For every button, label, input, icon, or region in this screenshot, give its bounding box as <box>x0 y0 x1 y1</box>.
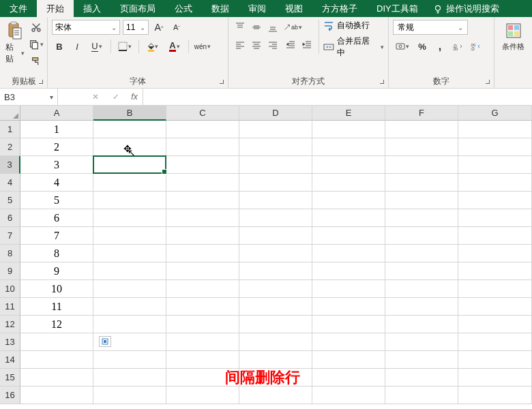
cell[interactable]: 3 <box>20 156 93 174</box>
cell[interactable] <box>458 351 532 369</box>
cell[interactable]: 6 <box>20 209 93 227</box>
row-header[interactable]: 14 <box>0 351 20 369</box>
align-left-button[interactable] <box>233 37 248 52</box>
number-launcher[interactable] <box>484 78 491 85</box>
column-header[interactable]: E <box>312 106 385 121</box>
cell[interactable] <box>385 333 458 351</box>
cell[interactable] <box>312 121 385 138</box>
column-header[interactable]: A <box>20 106 93 121</box>
cell[interactable] <box>93 138 166 156</box>
decrease-indent-button[interactable] <box>283 37 298 52</box>
paste-button[interactable]: 粘贴▾ <box>4 20 26 66</box>
cell[interactable] <box>20 369 93 387</box>
cell[interactable] <box>385 209 458 227</box>
cell[interactable] <box>312 262 385 280</box>
cell[interactable] <box>239 245 312 262</box>
decrease-decimal-button[interactable]: .00.0 <box>468 39 483 54</box>
cell[interactable] <box>385 156 458 174</box>
cell[interactable] <box>20 333 93 351</box>
cell[interactable] <box>239 227 312 245</box>
align-top-button[interactable] <box>233 20 248 35</box>
tab-data[interactable]: 数据 <box>202 0 239 17</box>
cell[interactable] <box>239 316 312 333</box>
cell[interactable] <box>93 192 166 209</box>
cell[interactable] <box>385 245 458 262</box>
font-name-input[interactable]: 宋体⌄ <box>52 20 120 35</box>
cell[interactable] <box>93 121 166 138</box>
cell[interactable] <box>166 298 239 316</box>
tab-file[interactable]: 文件 <box>0 0 37 17</box>
cell[interactable] <box>312 333 385 351</box>
row-header[interactable]: 16 <box>0 387 20 404</box>
cell[interactable] <box>458 121 532 138</box>
row-header[interactable]: 4 <box>0 174 20 192</box>
cell[interactable] <box>458 174 532 192</box>
cell[interactable] <box>458 192 532 209</box>
tab-page-layout[interactable]: 页面布局 <box>110 0 165 17</box>
decrease-font-button[interactable]: Aˇ <box>169 20 184 35</box>
cell[interactable] <box>458 280 532 298</box>
cell[interactable] <box>93 156 166 174</box>
cell[interactable] <box>385 227 458 245</box>
cell[interactable] <box>239 209 312 227</box>
cell[interactable] <box>166 227 239 245</box>
fill-color-button[interactable]: ⬙▾ <box>143 39 162 54</box>
cell[interactable] <box>312 209 385 227</box>
phonetic-button[interactable]: wén▾ <box>193 39 212 54</box>
borders-button[interactable]: ▾ <box>115 39 134 54</box>
row-header[interactable]: 12 <box>0 316 20 333</box>
orientation-button[interactable]: ab▾ <box>283 20 302 35</box>
comma-button[interactable]: , <box>432 39 447 54</box>
cell[interactable]: 4 <box>20 174 93 192</box>
cell[interactable] <box>312 192 385 209</box>
cell[interactable]: 10 <box>20 280 93 298</box>
cell[interactable] <box>166 333 239 351</box>
cell[interactable] <box>385 138 458 156</box>
cell[interactable] <box>312 174 385 192</box>
fx-label[interactable]: fx <box>126 89 143 105</box>
increase-decimal-button[interactable]: .0.00 <box>450 39 465 54</box>
cell[interactable]: 1 <box>20 121 93 138</box>
cell[interactable] <box>458 369 532 387</box>
tab-formulas[interactable]: 公式 <box>165 0 202 17</box>
merge-center-button[interactable]: 合并后居中▾ <box>323 35 384 59</box>
cell[interactable] <box>239 351 312 369</box>
row-header[interactable]: 15 <box>0 369 20 387</box>
cell[interactable] <box>312 156 385 174</box>
column-header[interactable]: C <box>166 106 239 121</box>
bold-button[interactable]: B <box>52 39 67 54</box>
cell[interactable] <box>239 192 312 209</box>
cell[interactable] <box>239 280 312 298</box>
column-header[interactable]: G <box>458 106 532 121</box>
cell[interactable] <box>458 387 532 404</box>
alignment-launcher[interactable] <box>379 78 385 85</box>
row-header[interactable]: 6 <box>0 209 20 227</box>
tab-addon-2[interactable]: DIY工具箱 <box>367 0 428 17</box>
cell[interactable] <box>166 245 239 262</box>
cell[interactable] <box>166 209 239 227</box>
italic-button[interactable]: I <box>70 39 85 54</box>
cell[interactable] <box>20 387 93 404</box>
cell[interactable] <box>239 156 312 174</box>
number-format-select[interactable]: 常规⌄ <box>393 20 468 35</box>
cell[interactable] <box>93 209 166 227</box>
row-header[interactable]: 1 <box>0 121 20 138</box>
cell[interactable]: 7 <box>20 227 93 245</box>
cell[interactable] <box>385 174 458 192</box>
row-header[interactable]: 13 <box>0 333 20 351</box>
cell[interactable] <box>93 316 166 333</box>
increase-font-button[interactable]: A^ <box>151 20 166 35</box>
tab-review[interactable]: 审阅 <box>239 0 276 17</box>
align-middle-button[interactable] <box>249 20 264 35</box>
cell[interactable] <box>93 262 166 280</box>
cell[interactable] <box>166 121 239 138</box>
confirm-formula-button[interactable]: ✓ <box>106 89 126 105</box>
cell[interactable] <box>312 245 385 262</box>
cell[interactable] <box>239 387 312 404</box>
row-header[interactable]: 7 <box>0 227 20 245</box>
cell[interactable] <box>458 156 532 174</box>
name-box[interactable]: B3▾ <box>0 89 58 105</box>
column-header[interactable]: B <box>93 106 166 121</box>
tab-addon-1[interactable]: 方方格子 <box>312 0 367 17</box>
cell[interactable] <box>166 387 239 404</box>
